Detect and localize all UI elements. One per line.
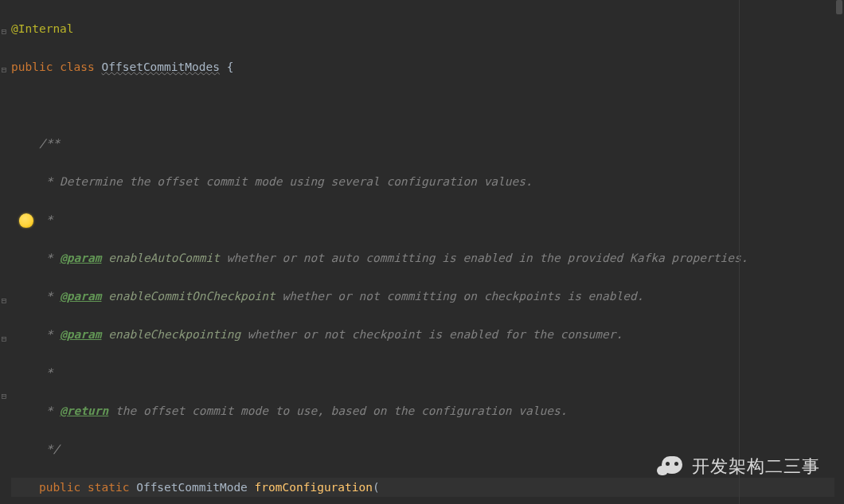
- gutter: ⊟ ⊟ ⊟ ⊟ ⊟: [0, 0, 11, 504]
- paren: (: [373, 481, 380, 494]
- brace: {: [220, 61, 233, 73]
- javadoc-text: whether or not committing on checkpoints…: [275, 290, 644, 303]
- fold-marker-icon[interactable]: ⊟: [0, 61, 8, 80]
- javadoc-line: *: [39, 328, 60, 341]
- right-margin-guide: [739, 0, 740, 504]
- javadoc-text: whether or not checkpoint is enabled for…: [240, 328, 623, 341]
- method-name: fromConfiguration: [255, 481, 373, 494]
- javadoc-line: *: [39, 404, 60, 417]
- kw-public: public: [39, 481, 80, 494]
- vertical-scrollbar[interactable]: [834, 0, 844, 504]
- javadoc-line: * Determine the offset commit mode using…: [39, 175, 533, 188]
- javadoc-close: */: [39, 443, 60, 455]
- javadoc-line: *: [39, 290, 60, 303]
- fold-marker-icon[interactable]: ⊟: [0, 387, 8, 406]
- javadoc-param-name: enableCheckpointing: [102, 328, 241, 341]
- javadoc-line: *: [39, 366, 53, 379]
- javadoc-text: whether or not auto committing is enable…: [220, 252, 748, 264]
- kw-static: static: [88, 481, 129, 494]
- javadoc-text: the offset commit mode to use, based on …: [108, 404, 567, 417]
- code-editor[interactable]: ⊟ ⊟ ⊟ ⊟ ⊟ @Internal public class OffsetC…: [0, 0, 844, 504]
- javadoc-param-tag: @param: [60, 252, 101, 264]
- javadoc-param-name: enableAutoCommit: [102, 252, 220, 264]
- fold-marker-icon[interactable]: ⊟: [0, 22, 8, 41]
- javadoc-open: /**: [39, 137, 60, 150]
- fold-marker-icon[interactable]: ⊟: [0, 330, 8, 349]
- watermark: 开发架构二三事: [657, 455, 820, 479]
- caret-line[interactable]: public static OffsetCommitMode fromConfi…: [11, 478, 844, 497]
- javadoc-return-tag: @return: [60, 404, 108, 417]
- javadoc-line: *: [39, 213, 53, 226]
- javadoc-param-tag: @param: [60, 328, 101, 341]
- javadoc-line: *: [39, 252, 60, 264]
- class-name: OffsetCommitModes: [102, 61, 220, 73]
- fold-marker-icon[interactable]: ⊟: [0, 291, 8, 311]
- kw-public: public: [11, 61, 53, 73]
- kw-class: class: [60, 61, 95, 73]
- code-area[interactable]: @Internal public class OffsetCommitModes…: [11, 0, 844, 504]
- wechat-icon: [657, 455, 684, 479]
- return-type: OffsetCommitMode: [136, 481, 254, 494]
- annotation: @Internal: [11, 22, 74, 35]
- scrollbar-thumb[interactable]: [836, 0, 842, 14]
- javadoc-param-tag: @param: [60, 290, 101, 303]
- watermark-text: 开发架构二三事: [692, 457, 820, 476]
- javadoc-param-name: enableCommitOnCheckpoint: [102, 290, 275, 303]
